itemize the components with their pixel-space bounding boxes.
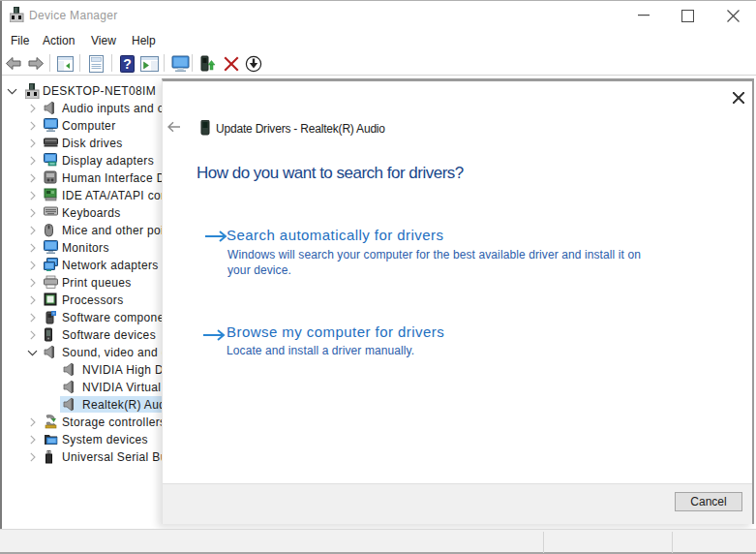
svg-text:?: ? bbox=[123, 56, 132, 72]
